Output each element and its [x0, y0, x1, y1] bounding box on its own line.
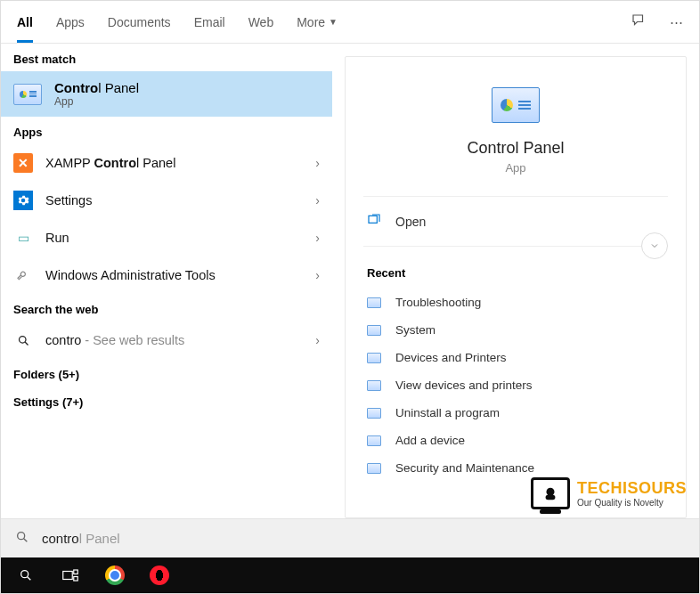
chevron-right-icon: › [315, 268, 320, 282]
watermark: TECHISOURS Our Quality is Novelty [531, 477, 687, 509]
search-input-bar[interactable]: control Panel [1, 518, 699, 557]
taskbar-chrome[interactable] [95, 557, 134, 593]
tab-more[interactable]: More ▼ [297, 3, 338, 42]
preview-pane: Control Panel App Open Recent Troublesho… [345, 56, 687, 518]
recent-devices-printers[interactable]: Devices and Printers [363, 344, 668, 371]
gear-icon [13, 191, 33, 210]
chevron-right-icon: › [315, 193, 320, 207]
best-match-result[interactable]: Control Panel App [1, 71, 332, 117]
control-panel-icon-large [492, 87, 540, 123]
preview-header: Control Panel App [363, 69, 668, 197]
open-icon [367, 213, 381, 230]
action-open-label: Open [395, 215, 426, 229]
control-panel-icon [13, 84, 42, 105]
best-match-text: Control Panel App [54, 80, 139, 108]
cpl-icon [367, 408, 381, 419]
taskbar-opera[interactable] [140, 557, 179, 593]
preview-title: Control Panel [467, 139, 564, 158]
recent-troubleshooting[interactable]: Troubleshooting [363, 289, 668, 316]
search-icon [13, 330, 33, 350]
taskbar-taskview-button[interactable] [51, 557, 90, 593]
chevron-right-icon: › [315, 156, 320, 170]
more-options-icon[interactable]: ⋯ [670, 14, 683, 30]
chevron-right-icon: › [315, 333, 320, 347]
section-settings[interactable]: Settings (7+) [1, 387, 332, 414]
recent-add-device[interactable]: Add a device [363, 427, 668, 454]
svg-rect-4 [546, 495, 556, 500]
svg-line-6 [24, 539, 28, 542]
svg-rect-11 [74, 577, 78, 582]
opera-icon [150, 566, 169, 585]
xampp-icon: ✕ [13, 153, 33, 173]
svg-rect-2 [369, 216, 377, 223]
results-pane: Best match Control Panel App Apps ✕ XAMP… [1, 44, 332, 518]
svg-rect-10 [74, 570, 78, 574]
cpl-icon [367, 353, 381, 363]
chevron-right-icon: › [315, 231, 320, 245]
result-xampp[interactable]: ✕ XAMPP Control Panel › [1, 144, 332, 182]
svg-point-5 [18, 533, 25, 540]
section-apps: Apps [1, 117, 332, 144]
cpl-icon [367, 435, 381, 446]
search-text: control Panel [42, 531, 120, 546]
cpl-icon [367, 325, 381, 336]
cpl-icon [367, 380, 381, 391]
action-open[interactable]: Open [363, 197, 668, 247]
chevron-down-icon: ▼ [329, 17, 338, 27]
section-best-match: Best match [1, 44, 332, 71]
filter-tabs: All Apps Documents Email Web More ▼ ⋯ [1, 1, 699, 44]
svg-line-8 [28, 577, 31, 581]
feedback-icon[interactable] [631, 12, 647, 31]
result-web-search[interactable]: contro - See web results › [1, 321, 332, 359]
tab-email[interactable]: Email [194, 3, 225, 42]
cpl-icon [367, 463, 381, 474]
cpl-icon [367, 297, 381, 308]
recent-uninstall[interactable]: Uninstall a program [363, 399, 668, 427]
section-search-web: Search the web [1, 294, 332, 321]
search-icon [15, 530, 29, 547]
admin-tools-icon [13, 265, 33, 285]
watermark-logo [531, 477, 570, 509]
recent-system[interactable]: System [363, 316, 668, 344]
result-admin-tools[interactable]: Windows Administrative Tools › [1, 256, 332, 294]
preview-subtitle: App [505, 161, 525, 175]
run-icon: ▭ [13, 228, 33, 248]
recent-view-devices[interactable]: View devices and printers [363, 371, 668, 399]
svg-point-7 [21, 571, 28, 578]
taskbar-search-button[interactable] [6, 557, 45, 593]
section-folders[interactable]: Folders (5+) [1, 359, 332, 387]
tab-more-label: More [297, 15, 325, 29]
tab-all[interactable]: All [17, 3, 33, 42]
expand-actions-button[interactable] [641, 232, 668, 259]
svg-point-3 [546, 488, 554, 496]
svg-point-0 [19, 336, 26, 343]
svg-line-1 [25, 342, 28, 345]
main-area: Best match Control Panel App Apps ✕ XAMP… [1, 44, 699, 518]
result-settings[interactable]: Settings › [1, 182, 332, 219]
tab-apps[interactable]: Apps [56, 3, 85, 42]
recent-heading: Recent [363, 247, 668, 289]
taskbar [1, 557, 699, 593]
chrome-icon [105, 566, 125, 585]
tab-documents[interactable]: Documents [108, 3, 171, 42]
result-run[interactable]: ▭ Run › [1, 219, 332, 256]
tab-web[interactable]: Web [248, 3, 274, 42]
svg-rect-9 [63, 572, 73, 580]
